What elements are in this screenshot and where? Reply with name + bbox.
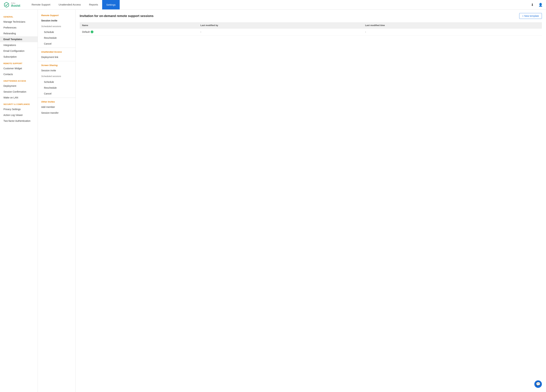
- middle-section-unattended-access: Unattended Access: [38, 49, 75, 54]
- middle-sub-section-scheduled-rs: Scheduled sessions: [38, 24, 75, 29]
- sidebar-item-subscription[interactable]: Subscription: [0, 54, 38, 60]
- middle-item-session-invite-rs[interactable]: Session invite: [38, 18, 75, 24]
- middle-item-reschedule-ss[interactable]: Reschedule: [38, 85, 75, 91]
- nav-settings[interactable]: Settings: [102, 0, 120, 9]
- sidebar-section-general: GENERAL: [0, 13, 38, 19]
- zoho-label: Zoho: [11, 2, 20, 4]
- sidebar-item-wake-on-lan[interactable]: Wake on LAN: [0, 95, 38, 101]
- left-sidebar: GENERAL Manage Technicians Preferences R…: [0, 10, 38, 392]
- zoho-assist-logo-icon: [3, 2, 10, 8]
- col-last-modified-by: Last modified by: [198, 22, 363, 28]
- col-name: Name: [80, 22, 198, 28]
- table-cell-last-modified-time: -: [363, 28, 542, 36]
- download-icon[interactable]: ⬇: [530, 2, 535, 7]
- user-icon[interactable]: 👤: [538, 2, 543, 7]
- sidebar-item-contacts[interactable]: Contacts: [0, 71, 38, 77]
- sidebar-section-remote-support: REMOTE SUPPORT: [0, 60, 38, 65]
- middle-section-other-invites: Other Invites: [38, 99, 75, 104]
- sidebar-item-privacy-settings[interactable]: Privacy Settings: [0, 106, 38, 112]
- top-navigation: Zoho Assist Remote Support Unattended Ac…: [0, 0, 546, 10]
- logo-text: Zoho Assist: [11, 2, 20, 7]
- nav-remote-support[interactable]: Remote Support: [27, 0, 54, 9]
- middle-item-cancel-ss[interactable]: Cancel: [38, 91, 75, 96]
- middle-sub-section-scheduled-ss: Scheduled sessions: [38, 73, 75, 79]
- sidebar-item-action-log-viewer[interactable]: Action Log Viewer: [0, 112, 38, 118]
- table-cell-last-modified-by: -: [198, 28, 363, 36]
- nav-links: Remote Support Unattended Access Reports…: [27, 0, 527, 9]
- templates-table: Name Last modified by Last modified time…: [80, 22, 542, 36]
- middle-item-deployment-link[interactable]: Deployment link: [38, 54, 75, 60]
- nav-unattended-access[interactable]: Unattended Access: [54, 0, 85, 9]
- sidebar-item-integrations[interactable]: Integrations: [0, 42, 38, 48]
- new-template-button[interactable]: + New template: [519, 13, 542, 19]
- sidebar-item-session-confirmation[interactable]: Session Confirmation: [0, 89, 38, 95]
- sidebar-section-unattended-access: UNATTENDED ACCESS: [0, 77, 38, 83]
- middle-section-screen-sharing: Screen Sharing: [38, 62, 75, 68]
- middle-item-add-member[interactable]: Add member: [38, 104, 75, 110]
- middle-item-session-transfer[interactable]: Session transfer: [38, 110, 75, 116]
- chat-bubble[interactable]: 💬: [534, 380, 542, 388]
- middle-item-cancel-rs[interactable]: Cancel: [38, 41, 75, 47]
- middle-item-session-invite-ss[interactable]: Session invite: [38, 68, 75, 73]
- middle-panel: Remote Support Session invite Scheduled …: [38, 10, 76, 392]
- col-last-modified-time: Last modified time: [363, 22, 542, 28]
- main-layout: GENERAL Manage Technicians Preferences R…: [0, 10, 546, 392]
- svg-marker-0: [4, 2, 9, 7]
- sidebar-item-email-templates[interactable]: Email Templates: [0, 36, 38, 42]
- sidebar-item-email-configuration[interactable]: Email Configuration: [0, 48, 38, 54]
- sidebar-item-deployment[interactable]: Deployment: [0, 83, 38, 89]
- sidebar-item-manage-technicians[interactable]: Manage Technicians: [0, 19, 38, 25]
- table-row: Default - -: [80, 28, 542, 36]
- content-header: Invitation for on-demand remote support …: [80, 13, 542, 19]
- middle-item-reschedule-rs[interactable]: Reschedule: [38, 35, 75, 41]
- nav-reports[interactable]: Reports: [85, 0, 102, 9]
- sidebar-item-preferences[interactable]: Preferences: [0, 25, 38, 31]
- sidebar-item-customer-widget[interactable]: Customer Widget: [0, 65, 38, 71]
- default-badge: Default: [82, 31, 93, 33]
- right-content: Invitation for on-demand remote support …: [76, 10, 546, 392]
- nav-icons: ⬇ 👤: [527, 2, 546, 7]
- sidebar-section-security: SECURITY & COMPLIANCE: [0, 101, 38, 106]
- sidebar-item-rebranding[interactable]: Rebranding: [0, 31, 38, 36]
- middle-item-schedule-rs[interactable]: Schedule: [38, 29, 75, 35]
- table-header-row: Name Last modified by Last modified time: [80, 22, 542, 28]
- middle-section-remote-support: Remote Support: [38, 12, 75, 18]
- sidebar-item-two-factor-auth[interactable]: Two-factor Authentication: [0, 118, 38, 124]
- middle-item-schedule-ss[interactable]: Schedule: [38, 79, 75, 85]
- active-badge-icon: [91, 31, 93, 33]
- logo: Zoho Assist: [0, 2, 27, 8]
- table-cell-name: Default: [80, 28, 198, 36]
- assist-label: Assist: [11, 4, 20, 7]
- default-label: Default: [82, 31, 90, 33]
- content-title: Invitation for on-demand remote support …: [80, 14, 154, 18]
